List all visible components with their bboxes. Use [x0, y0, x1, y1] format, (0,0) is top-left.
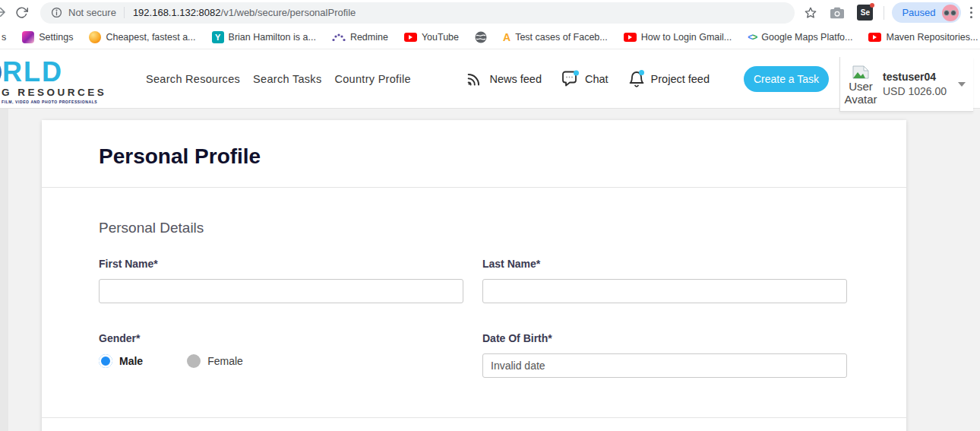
logo-word: RLD — [2, 56, 63, 88]
selenium-extension-icon[interactable]: Se — [857, 5, 873, 21]
first-name-input[interactable] — [99, 279, 463, 303]
last-name-input[interactable] — [482, 279, 847, 303]
bookmark-item-maven[interactable]: Maven Repositories... — [868, 32, 978, 43]
youtube-icon — [624, 33, 637, 42]
project-feed-label: Project feed — [651, 73, 710, 85]
user-balance: USD 1026.00 — [883, 85, 947, 97]
bookmark-star-icon[interactable] — [804, 6, 817, 20]
paused-label: Paused — [902, 7, 935, 18]
globe-icon — [475, 31, 487, 43]
main-nav: Search Resources Search Tasks Country Pr… — [146, 73, 411, 85]
reload-icon[interactable] — [15, 6, 28, 19]
a-letter-icon: A — [503, 31, 511, 43]
browser-menu-icon[interactable] — [970, 7, 973, 19]
broken-image-icon — [852, 65, 869, 79]
last-name-field: Last Name* — [482, 258, 847, 303]
info-icon[interactable] — [51, 7, 62, 18]
title-divider — [42, 187, 906, 188]
female-label: Female — [207, 355, 243, 367]
teal-y-icon: Y — [212, 31, 224, 43]
profile-avatar-icon — [942, 5, 959, 21]
bookmarks-bar: s Settings Cheapest, fastest a... Y Bria… — [0, 25, 980, 49]
url-text: 192.168.1.132:8082/v1/web/secure/persona… — [133, 7, 356, 18]
username: testuser04 — [883, 71, 947, 83]
bookmark-item-cheapest[interactable]: Cheapest, fastest a... — [89, 31, 195, 43]
gender-field: Gender* Male Female — [99, 332, 463, 378]
header-actions: News feed Chat Project feed Create a Tas… — [465, 66, 829, 92]
male-label: Male — [119, 355, 143, 367]
bookmark-item-partial[interactable]: s — [2, 32, 6, 43]
logo-tagline: FILM, VIDEO AND PHOTO PROFESSIONALS — [2, 100, 147, 104]
forward-icon[interactable] — [0, 5, 7, 22]
code-brackets-icon: <> — [748, 32, 757, 43]
news-feed-icon — [465, 69, 484, 88]
nav-country-profile[interactable]: Country Profile — [334, 73, 410, 85]
dob-field: Date Of Birth* — [482, 332, 847, 378]
name-row: First Name* Last Name* — [99, 258, 847, 303]
settings-bookmark-icon — [22, 31, 34, 43]
toolbar-divider — [884, 6, 884, 20]
bookmark-item-gmail-login[interactable]: How to Login Gmail... — [624, 32, 732, 43]
bookmark-item-brian-hamilton[interactable]: Y Brian Hamilton is a... — [212, 31, 316, 43]
avatar-alt-text: Avatar — [840, 93, 881, 106]
bookmark-item-globe[interactable] — [475, 31, 487, 43]
nav-search-resources[interactable]: Search Resources — [146, 73, 240, 85]
radio-unselected-icon[interactable] — [187, 354, 201, 368]
gender-option-male[interactable]: Male — [99, 354, 143, 368]
project-feed-button[interactable]: Project feed — [628, 69, 710, 89]
chat-button[interactable]: Chat — [561, 70, 609, 87]
section-title: Personal Details — [99, 220, 847, 236]
gender-label: Gender* — [99, 332, 463, 344]
youtube-icon — [404, 33, 417, 42]
user-avatar: User Avatar — [840, 62, 881, 106]
gender-options: Male Female — [99, 354, 463, 368]
site-logo[interactable]: RLD G RESOURCES FILM, VIDEO AND PHOTO PR… — [0, 56, 147, 104]
logo-line2: G RESOURCES — [2, 87, 147, 98]
personal-profile-card: Personal Profile Personal Details First … — [42, 120, 906, 431]
news-feed-label: News feed — [489, 73, 542, 85]
dob-label: Date Of Birth* — [482, 332, 847, 344]
security-label: Not secure — [68, 7, 116, 18]
bookmark-item-redmine[interactable]: Redmine — [332, 32, 388, 43]
avatar-alt-text: User — [840, 80, 881, 93]
bookmark-item-test-cases[interactable]: A Test cases of Faceb... — [503, 31, 608, 43]
news-feed-button[interactable]: News feed — [465, 69, 542, 88]
chat-icon — [561, 70, 580, 87]
dob-input[interactable] — [482, 353, 847, 378]
gender-dob-row: Gender* Male Female Date Of Birth* — [99, 332, 847, 378]
last-name-label: Last Name* — [482, 258, 847, 270]
omnibox-divider — [124, 7, 125, 18]
address-bar[interactable]: Not secure 192.168.1.132:8082/v1/web/sec… — [40, 2, 795, 24]
chevron-down-icon[interactable] — [958, 82, 966, 87]
redmine-icon — [332, 32, 346, 42]
chat-label: Chat — [585, 73, 609, 85]
user-menu[interactable]: User Avatar testuser04 USD 1026.00 — [839, 57, 973, 112]
youtube-icon — [868, 33, 881, 42]
project-feed-bell-icon — [628, 69, 646, 89]
gender-option-female[interactable]: Female — [187, 354, 243, 368]
sync-paused-chip[interactable]: Paused — [892, 2, 960, 23]
bookmark-item-youtube[interactable]: YouTube — [404, 32, 459, 43]
nav-search-tasks[interactable]: Search Tasks — [253, 73, 321, 85]
gold-circle-icon — [89, 31, 101, 43]
bookmark-item-google-maps[interactable]: <> Google Maps Platfo... — [748, 32, 852, 43]
site-header: RLD G RESOURCES FILM, VIDEO AND PHOTO PR… — [0, 49, 980, 109]
page-background: Personal Profile Personal Details First … — [0, 109, 980, 431]
logo-globe-icon — [0, 58, 2, 87]
bookmark-item-settings[interactable]: Settings — [22, 31, 73, 43]
first-name-label: First Name* — [99, 258, 463, 270]
page-title: Personal Profile — [99, 120, 847, 169]
browser-toolbar: Not secure 192.168.1.132:8082/v1/web/sec… — [0, 0, 980, 25]
screenshot-camera-icon[interactable] — [830, 6, 845, 20]
radio-selected-icon[interactable] — [99, 354, 112, 368]
section-divider — [42, 417, 906, 418]
create-task-button[interactable]: Create a Task — [744, 66, 829, 92]
first-name-field: First Name* — [99, 258, 463, 303]
user-meta: testuser04 USD 1026.00 — [883, 71, 947, 97]
